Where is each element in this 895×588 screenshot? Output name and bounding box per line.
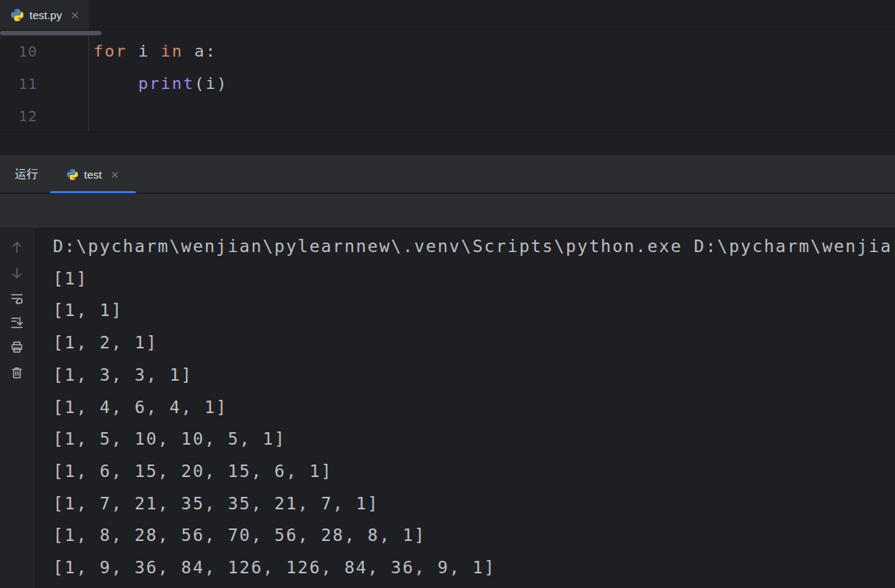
python-icon (11, 9, 24, 21)
run-console: D:\pycharm\wenjian\pylearnnew\.venv\Scri… (0, 229, 895, 588)
close-icon[interactable]: × (111, 168, 119, 182)
console-command-line: D:\pycharm\wenjian\pylearnnew\.venv\Scri… (53, 231, 895, 263)
line-number: 12 (18, 100, 38, 132)
scroll-up-icon[interactable] (10, 240, 24, 254)
code-text: print(i) (93, 74, 228, 93)
console-line: [1, 4, 6, 4, 1] (53, 392, 895, 424)
console-line: [1, 9, 36, 84, 126, 126, 84, 36, 9, 1] (53, 552, 895, 584)
run-tool-window-title: 运行 (15, 155, 38, 193)
editor-line: 10for i in a: (0, 35, 895, 68)
console-line: [1, 5, 10, 10, 5, 1] (53, 423, 895, 456)
console-line: [1, 8, 28, 56, 70, 56, 28, 8, 1] (53, 520, 895, 552)
python-icon (67, 169, 78, 180)
soft-wrap-icon[interactable] (10, 291, 24, 306)
run-tool-window-header: 运行 test × (0, 155, 895, 193)
editor-line: 11 print(i) (0, 68, 895, 100)
editor-line: 12 (0, 100, 895, 132)
active-tab-indicator (50, 191, 136, 193)
print-icon[interactable] (10, 340, 24, 354)
scroll-down-icon[interactable] (10, 266, 24, 281)
clear-all-icon[interactable] (10, 365, 24, 380)
run-tab-label: test (84, 168, 101, 181)
console-line: [1, 7, 21, 35, 35, 21, 7, 1] (53, 488, 895, 520)
console-line: [1] (53, 263, 895, 295)
editor-tab-bar: test.py × (0, 0, 895, 29)
console-line: [1, 1] (53, 295, 895, 327)
console-toolbar (0, 229, 34, 588)
editor-tab-label: test.py (29, 9, 62, 21)
close-icon[interactable]: × (71, 8, 79, 22)
editor-tab-test-py[interactable]: test.py × (0, 0, 89, 29)
line-number: 10 (18, 35, 38, 68)
run-tab-test[interactable]: test × (50, 155, 136, 193)
line-number: 11 (18, 68, 38, 100)
scroll-to-end-icon[interactable] (10, 315, 24, 330)
console-line: [1, 6, 15, 20, 15, 6, 1] (53, 456, 895, 488)
console-line: [1, 3, 3, 1] (53, 359, 895, 392)
code-text: for i in a: (93, 42, 217, 60)
console-output: D:\pycharm\wenjian\pylearnnew\.venv\Scri… (34, 229, 895, 588)
console-line: [1, 2, 1] (53, 327, 895, 359)
run-toolbar (0, 194, 895, 229)
code-editor[interactable]: 10for i in a:11 print(i)12 (0, 35, 895, 132)
